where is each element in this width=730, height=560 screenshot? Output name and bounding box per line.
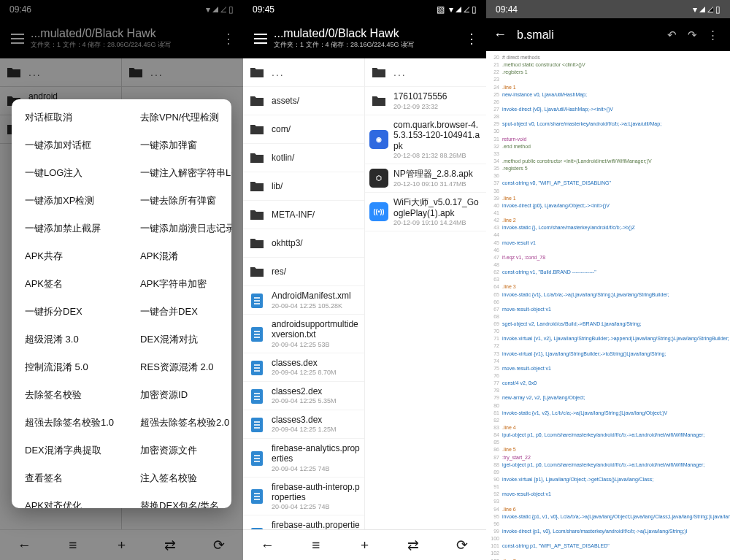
item-name: firebase-analytics.properties [272, 443, 360, 464]
folder-icon [247, 148, 266, 167]
list-item[interactable]: META-INF/ [243, 201, 364, 229]
code-line: 70 [486, 328, 730, 335]
back-button[interactable]: ← [243, 537, 292, 553]
code-line: 103.line 7 [486, 558, 730, 560]
code-line: 64.line 3 [486, 283, 730, 291]
up-dir-row[interactable]: ... [365, 58, 486, 87]
list-item[interactable]: com/ [243, 115, 364, 144]
dialog-option[interactable]: RES资源混淆 2.0 [127, 353, 231, 381]
dialog-option[interactable]: APK对齐优化 [12, 492, 127, 508]
dialog-option[interactable]: 控制流混淆 5.0 [12, 353, 127, 381]
dialog-option[interactable]: APK共存 [12, 242, 127, 270]
folder-icon [247, 91, 266, 110]
dialog-option[interactable]: 查看签名 [12, 464, 127, 492]
add-button[interactable]: + [340, 537, 389, 553]
code-line: 76 [486, 372, 730, 380]
code-line: 31return-void [486, 136, 730, 143]
code-line: 45move-result v1 [486, 239, 730, 247]
list-item[interactable]: classes3.dex20-09-04 12:25 1.25M [243, 410, 364, 439]
list-item[interactable]: firebase-auth-interop.properties20-09-04… [243, 477, 364, 516]
code-line: 38 [486, 188, 730, 195]
folder-icon [247, 234, 266, 253]
list-item[interactable]: firebase-auth.properties20-09-04 12:25 6… [243, 515, 364, 529]
item-name: META-INF/ [272, 210, 360, 220]
dialog-option[interactable]: 一键LOG注入 [12, 159, 127, 187]
dialog-option[interactable]: 对话框取消 [12, 104, 127, 131]
code-line: 25new-instance v0, Ljava/util/HashMap; [486, 91, 730, 99]
dialog-option[interactable]: DEX混淆对抗 [127, 326, 231, 353]
dialog-option[interactable]: 一键合并DEX [127, 298, 231, 326]
dialog-option[interactable]: 去除VPN/代理检测 [127, 104, 231, 131]
list-item[interactable]: firebase-analytics.properties20-09-04 12… [243, 439, 364, 477]
list-item[interactable]: assets/ [243, 87, 364, 115]
menu-button[interactable] [250, 31, 271, 47]
undo-button[interactable]: ↶ [661, 28, 682, 42]
back-button[interactable]: ← [493, 27, 512, 42]
item-name: kotlin/ [272, 153, 360, 163]
code-line: 27invoke-direct {v0}, Ljava/util/HashMap… [486, 106, 730, 113]
dialog-option[interactable]: APK签名 [12, 270, 127, 298]
code-line: 43invoke-static {}, Lcom/share/masterkey… [486, 224, 730, 231]
item-meta: 20-09-04 12:25 105.28K [272, 302, 360, 310]
refresh-button[interactable]: ⟳ [437, 537, 486, 553]
code-line: 93 [486, 498, 730, 505]
dialog-option[interactable]: 加密资源文件 [127, 437, 231, 464]
dialog-option[interactable]: 替换DEX包名/类名 [127, 492, 231, 508]
dialog-option[interactable]: 加密资源ID [127, 381, 231, 409]
item-name: NP管理器_2.8.8.apk [393, 169, 482, 179]
code-line: 46 [486, 247, 730, 254]
folder-icon [247, 177, 266, 196]
dialog-option[interactable]: APK字符串加密 [127, 270, 231, 298]
code-line: 89 [486, 469, 730, 476]
list-item[interactable]: kotlin/ [243, 144, 364, 172]
code-line: 74 [486, 358, 730, 365]
more-button[interactable]: ⋮ [464, 31, 479, 47]
code-viewer[interactable]: 20# direct methods21.method static const… [486, 51, 730, 560]
list-item[interactable]: ((•))WiFi大师_v5.0.17_GooglePlay(1).apk20-… [365, 193, 486, 231]
list-item[interactable]: ⬡NP管理器_2.8.8.apk20-12-10 09:10 31.47MB [365, 164, 486, 193]
list-item[interactable]: classes.dex20-09-04 12:25 8.70M [243, 353, 364, 382]
file-icon [247, 415, 266, 434]
code-line: 87:try_start_22 [486, 454, 730, 461]
list-item[interactable]: androidsupportmultidexversion.txt20-09-0… [243, 315, 364, 353]
more-button[interactable]: ⋮ [702, 28, 723, 42]
dialog-option[interactable]: 去除签名校验 [12, 381, 127, 409]
code-line: 94.line 6 [486, 506, 730, 513]
code-line: 65invoke-static {v1}, Lc/a/b/a;->a(Ljava… [486, 291, 730, 299]
transfer-button[interactable]: ⇄ [389, 537, 438, 553]
list-item[interactable]: AndroidManifest.xml20-09-04 12:25 105.28… [243, 286, 364, 315]
dialog-option[interactable]: 一键添加对话框 [12, 131, 127, 159]
code-line: 29sput-object v0, Lcom/share/masterkey/a… [486, 120, 730, 128]
list-item[interactable]: 1761017555620-12-09 23:32 [365, 87, 486, 115]
code-line: 23 [486, 76, 730, 83]
list-item[interactable]: res/ [243, 258, 364, 286]
list-item[interactable]: classes2.dex20-09-04 12:25 5.35M [243, 382, 364, 410]
list-item[interactable]: ◉com.quark.browser-4.5.3.153-120-104941.… [365, 115, 486, 164]
list-button[interactable]: ≡ [292, 537, 341, 553]
redo-button[interactable]: ↷ [682, 28, 702, 42]
path-title[interactable]: ...mulated/0/Black Hawk [274, 27, 464, 40]
item-name: assets/ [272, 96, 360, 106]
list-item[interactable]: lib/ [243, 172, 364, 201]
dialog-option[interactable]: 超强去除签名校验2.0 [127, 409, 231, 437]
dialog-option[interactable]: 超级混淆 3.0 [12, 326, 127, 353]
dialog-option[interactable]: 一键去除所有弹窗 [127, 187, 231, 215]
file-name: b.smali [512, 28, 661, 42]
dialog-option[interactable]: 一键拆分DEX [12, 298, 127, 326]
up-dir-row[interactable]: ... [243, 58, 364, 87]
dialog-option[interactable]: 一键添加XP检测 [12, 187, 127, 215]
item-name: AndroidManifest.xml [272, 291, 360, 301]
dialog-option[interactable]: 一键添加弹窗 [127, 131, 231, 159]
dialog-option[interactable]: 一键添加崩溃日志记录 [127, 215, 231, 242]
dialog-option[interactable]: APK混淆 [127, 242, 231, 270]
dialog-option[interactable]: 一键添加禁止截屏 [12, 215, 127, 242]
dialog-option[interactable]: 超强去除签名校验1.0 [12, 409, 127, 437]
dialog-option[interactable]: DEX混淆字典提取 [12, 437, 127, 464]
list-item[interactable]: okhttp3/ [243, 229, 364, 258]
file-icon [247, 448, 266, 467]
battery-icon: ▯ [715, 4, 721, 15]
dialog-option[interactable]: 一键注入解密字符串LOG [127, 159, 231, 187]
folder-icon [247, 63, 266, 82]
dialog-option[interactable]: 注入签名校验 [127, 464, 231, 492]
code-line: 101const-string p1, "WIFI_AP_STATE_DISAB… [486, 542, 730, 550]
